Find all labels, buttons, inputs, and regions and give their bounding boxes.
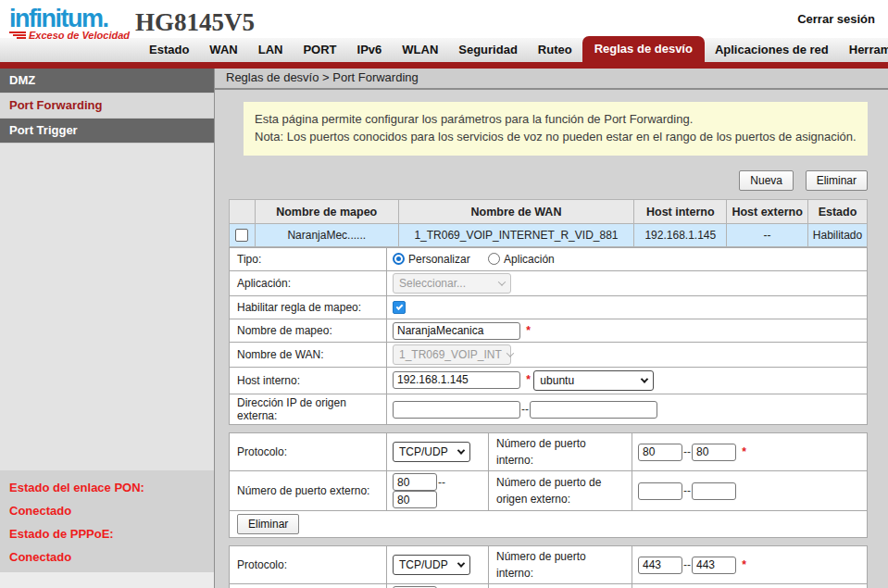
internal-host-device-select[interactable]: ubuntu [533, 370, 654, 391]
chevron-down-icon [457, 446, 465, 454]
required-marker: * [742, 558, 746, 571]
toolbar: Nueva Eliminar [229, 170, 868, 191]
table-header-row: Nombre de mapeo Nombre de WAN Host inter… [230, 200, 868, 224]
breadcrumb: Reglas de desvío > Port Forwarding [215, 69, 888, 90]
pppoe-status-value: Conectado [0, 545, 214, 569]
internal-host-input[interactable] [393, 371, 520, 389]
logout-link[interactable]: Cerrar sesión [797, 12, 875, 26]
rule-edit-form: Tipo: Personalizar Aplicación Aplicación… [229, 247, 868, 425]
chevron-down-icon [498, 278, 506, 285]
logo-tagline: Exceso de Velocidad [29, 30, 130, 41]
tab-ipv6[interactable]: IPv6 [347, 38, 393, 62]
delete-port-block-button[interactable]: Eliminar [237, 514, 299, 534]
tab-wlan[interactable]: WLAN [392, 38, 448, 62]
external-source-ip-start-input[interactable] [393, 401, 520, 419]
header: infinitum. Exceso de Velocidad HG8145V5 … [0, 0, 888, 62]
mapping-name-label: Nombre de mapeo: [230, 319, 387, 343]
header-mapping-name: Nombre de mapeo [255, 200, 398, 224]
enable-rule-checkbox[interactable] [393, 301, 406, 314]
table-row: NaranjaMec...... 1_TR069_VOIP_INTERNET_R… [230, 224, 868, 247]
tab-estado[interactable]: Estado [139, 38, 199, 62]
tab-ruteo[interactable]: Ruteo [528, 38, 582, 62]
enable-rule-label: Habilitar regla de mapeo: [230, 296, 387, 319]
radio-aplicacion-label[interactable]: Aplicación [504, 253, 555, 266]
internal-host-label: Host interno: [230, 368, 387, 394]
tab-lan[interactable]: LAN [248, 38, 294, 62]
infinitum-logo: infinitum. Exceso de Velocidad [9, 6, 130, 41]
sidebar-item-dmz[interactable]: DMZ [0, 69, 214, 94]
sidebar-bottom-filler [0, 572, 214, 588]
port-mapping-block-2: Protocolo: TCP/UDP Número de puerto inte… [229, 545, 868, 588]
radio-personalizar[interactable] [393, 253, 405, 265]
tab-reglas-de-desvio[interactable]: Reglas de desvío [582, 36, 705, 62]
sidebar-item-port-trigger[interactable]: Port Trigger [0, 119, 214, 144]
cell-internal-host: 192.168.1.145 [634, 224, 727, 247]
required-marker: * [526, 324, 531, 337]
info-line-2: Nota: Los puertos conocidos para los ser… [255, 128, 857, 145]
internal-port-end-input[interactable] [692, 444, 736, 461]
source-port-label: Número de puerto de origen externo: [489, 584, 632, 588]
tab-wan[interactable]: WAN [199, 38, 247, 62]
sidebar-filler [0, 144, 214, 470]
cell-wan-name: 1_TR069_VOIP_INTERNET_R_VID_881 [398, 224, 634, 247]
cell-external-host: -- [727, 224, 808, 247]
mapping-name-input[interactable] [393, 322, 520, 340]
internal-port-start-input[interactable] [638, 557, 682, 574]
header-wan-name: Nombre de WAN [398, 200, 634, 224]
new-button[interactable]: Nueva [739, 170, 794, 191]
required-marker: * [742, 445, 746, 458]
header-status: Estado [808, 200, 868, 224]
info-line-1: Esta página permite configurar los parám… [255, 110, 857, 128]
device-model-title: HG8145V5 [135, 8, 255, 37]
cell-status: Habilitado [808, 224, 868, 247]
radio-aplicacion[interactable] [488, 253, 500, 265]
application-select: Seleccionar... [393, 273, 511, 294]
wan-name-select: 1_TR069_VOIP_INT [393, 344, 511, 365]
speed-lines-icon [9, 31, 26, 39]
protocol-label: Protocolo: [230, 433, 387, 471]
sidebar: DMZ Port Forwarding Port Trigger Estado … [0, 69, 215, 588]
type-label: Tipo: [230, 248, 387, 271]
internal-port-end-input[interactable] [692, 557, 736, 574]
tab-aplicaciones-de-red[interactable]: Aplicaciones de red [705, 38, 839, 62]
accent-bar [0, 62, 888, 69]
external-source-ip-label: Dirección IP de origen externa: [230, 394, 387, 425]
port-forwarding-rules-table: Nombre de mapeo Nombre de WAN Host inter… [229, 199, 868, 247]
external-source-ip-end-input[interactable] [530, 401, 657, 419]
internal-port-start-input[interactable] [638, 444, 682, 461]
external-port-label: Número de puerto externo: [230, 584, 387, 588]
tab-seguridad[interactable]: Seguridad [448, 38, 528, 62]
radio-personalizar-label[interactable]: Personalizar [408, 253, 470, 266]
external-port-end-input[interactable] [393, 491, 437, 508]
row-checkbox[interactable] [235, 229, 248, 242]
source-port-start-input[interactable] [638, 482, 682, 500]
wan-name-label: Nombre de WAN: [230, 343, 387, 368]
cell-mapping-name: NaranjaMec...... [255, 224, 398, 247]
external-port-label: Número de puerto externo: [230, 471, 387, 511]
required-marker: * [526, 373, 531, 386]
pon-status-value: Conectado [0, 499, 214, 522]
content-panel: Reglas de desvío > Port Forwarding Esta … [215, 69, 888, 588]
connection-status-panel: Estado del enlace PON: Conectado Estado … [0, 470, 214, 572]
delete-button[interactable]: Eliminar [806, 170, 868, 191]
chevron-down-icon [641, 375, 648, 382]
port-mapping-block-1: Protocolo: TCP/UDP Número de puerto inte… [229, 432, 868, 538]
header-checkbox-column [230, 200, 256, 224]
tab-port[interactable]: PORT [293, 38, 346, 62]
protocol-label: Protocolo: [230, 546, 387, 584]
application-label: Aplicación: [230, 271, 387, 296]
logo-wordmark: infinitum. [9, 6, 130, 31]
header-internal-host: Host interno [634, 200, 727, 224]
sidebar-item-port-forwarding[interactable]: Port Forwarding [0, 94, 214, 119]
pppoe-status-label: Estado de PPPoE: [0, 522, 214, 545]
external-port-start-input[interactable] [393, 473, 437, 491]
source-port-label: Número de puerto de origen externo: [489, 471, 632, 511]
source-port-end-input[interactable] [692, 482, 736, 500]
protocol-select[interactable]: TCP/UDP [393, 555, 470, 575]
tab-herramientas[interactable]: Herramientas [839, 38, 888, 62]
header-external-host: Host externo [727, 200, 808, 224]
internal-port-label: Número de puerto interno: [489, 546, 632, 584]
chevron-down-icon [506, 349, 513, 357]
internal-port-label: Número de puerto interno: [489, 433, 632, 471]
protocol-select[interactable]: TCP/UDP [393, 442, 470, 462]
